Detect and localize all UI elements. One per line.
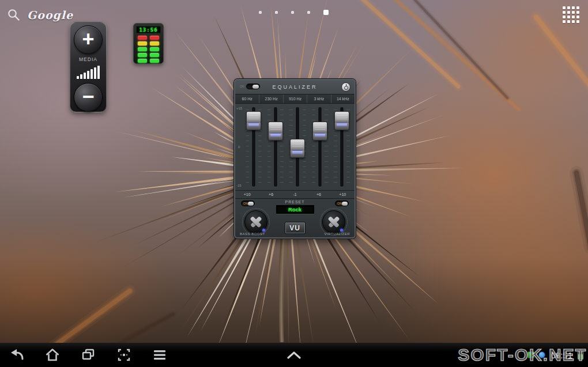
home-icon [44,347,61,363]
eq-slider-handle[interactable] [290,139,305,158]
led-grid [134,36,163,63]
notification-icon-blue [538,351,545,358]
mini-apps-tray-button[interactable] [285,343,303,367]
screen-capture-button[interactable] [115,346,133,364]
switch-knob [248,202,254,206]
virtualizer-switch[interactable]: ON [335,200,349,206]
recent-apps-icon [80,347,96,363]
band-value-14khz: +10 [331,191,355,198]
back-icon [9,347,25,363]
status-tray[interactable]: 08:51 [527,343,586,367]
switch-knob [342,202,348,206]
recent-apps-button[interactable] [80,346,97,364]
page-indicator [259,8,329,16]
led-green [150,47,159,51]
eq-slider-14khz [331,104,353,190]
screen-capture-icon [116,347,132,363]
preset-label: PRESET [285,200,304,204]
equalizer-sliders: +15 0 -15 [235,104,355,190]
page-dot[interactable] [259,11,262,14]
vu-button[interactable]: VU [285,222,306,234]
menu-icon [152,347,168,363]
eq-slider-910hz [287,104,308,190]
equalizer-settings-button[interactable] [341,82,350,92]
bass-boost-label: BASS BOOST [240,232,265,236]
home-button[interactable] [44,346,61,364]
band-label-230hz: 230 Hz [259,94,282,103]
notification-icon-green [527,351,534,358]
home-screen: Google + MEDIA − 13:56 ON EQUALIZER [0,0,588,367]
equalizer-power-label: ON [240,85,244,88]
band-label-3khz: 3 kHz [307,94,330,103]
equalizer-power-switch[interactable] [246,84,260,89]
led-green [138,47,147,51]
eq-slider-3khz [309,104,331,190]
led-green [138,59,147,63]
volume-down-button[interactable]: − [74,83,103,112]
eq-slider-handle[interactable] [334,111,349,130]
led-red [150,36,159,40]
eq-slider-handle[interactable] [312,122,327,141]
led-green [150,53,159,57]
band-value-3khz: +6 [307,191,330,198]
eq-slider-60hz [243,104,265,190]
volume-up-button[interactable]: + [74,25,103,54]
plus-icon: + [82,29,94,50]
page-dot[interactable] [323,10,329,15]
battery-icon [578,351,583,360]
media-label: MEDIA [79,56,97,62]
bass-boost-knob[interactable] [242,208,270,236]
band-value-230hz: +6 [259,191,282,198]
led-green [150,59,159,63]
equalizer-header: ON EQUALIZER [235,80,355,94]
chevron-up-icon [285,350,303,360]
google-search-widget[interactable]: Google [7,8,73,22]
equalizer-values: +10 +6 -1 +6 +10 [235,190,355,198]
clock: 08:51 [551,350,572,360]
band-label-910hz: 910 Hz [283,94,307,103]
band-label-14khz: 14 kHz [331,94,355,103]
search-icon [7,8,21,22]
led-yellow [150,41,159,46]
equalizer-title: EQUALIZER [272,84,317,90]
equalizer-widget: ON EQUALIZER 60 Hz 230 Hz 910 Hz 3 kHz 1… [234,79,356,239]
band-label-60hz: 60 Hz [235,94,259,103]
volume-level-bars [77,65,100,79]
audio-meter-widget[interactable]: 13:56 [133,23,164,64]
navigation-bar: 08:51 SOFT-OK.NET [0,343,588,367]
band-value-60hz: +10 [235,191,259,198]
apps-grid-button[interactable] [563,6,579,23]
power-icon [342,83,350,91]
switch-knob [252,85,259,89]
equalizer-effects-section: ON ON PRESET Rock VU BASS BOOST VIRTUALI… [235,198,355,237]
band-value-910hz: -1 [283,191,307,198]
menu-button[interactable] [151,346,168,364]
led-yellow [138,41,147,46]
led-red [138,36,147,40]
eq-slider-handle[interactable] [268,122,283,141]
back-button[interactable] [8,346,25,364]
page-dot[interactable] [307,11,310,14]
page-dot[interactable] [291,11,294,14]
led-display: 13:56 [136,26,161,33]
media-volume-widget: + MEDIA − [70,22,107,112]
minus-icon: − [82,86,94,107]
page-dot[interactable] [275,11,278,14]
virtualizer-knob[interactable] [320,208,348,236]
preset-display[interactable]: Rock [276,205,314,214]
virtualizer-label: VIRTUALIZER [325,232,350,236]
eq-slider-230hz [265,104,287,190]
google-logo: Google [27,9,73,21]
equalizer-band-labels: 60 Hz 230 Hz 910 Hz 3 kHz 14 kHz [235,94,355,104]
eq-slider-handle[interactable] [246,111,261,130]
bass-boost-switch[interactable]: ON [241,200,255,206]
led-green [138,53,147,57]
